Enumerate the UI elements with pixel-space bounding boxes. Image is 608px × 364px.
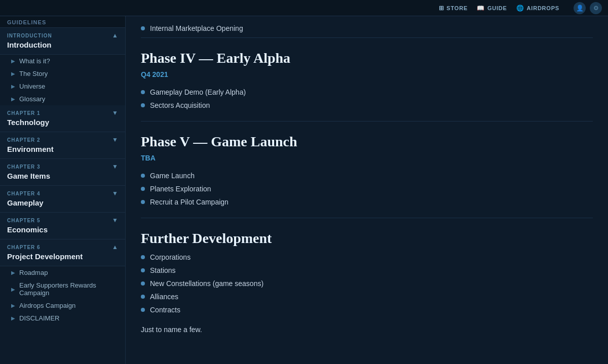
bullet-dot (141, 255, 145, 259)
chapter3-label: CHAPTER 3 (7, 164, 41, 170)
phase5-date: TBA (141, 154, 593, 162)
sidebar-item-glossary[interactable]: ▶ Glossary (0, 93, 125, 105)
further-dev-heading: Further Development (141, 230, 593, 247)
bullet-dot (141, 90, 145, 94)
chapter4-section[interactable]: CHAPTER 4 ▼ Gameplay (0, 186, 125, 213)
further-item-4: Alliances (141, 290, 593, 303)
sidebar-item-airdrops-campaign[interactable]: ▶ Airdrops Campaign (0, 299, 125, 312)
chapter1-section[interactable]: CHAPTER 1 ▼ Technology (0, 105, 125, 132)
guide-icon: 📖 (477, 5, 485, 12)
main-content: Internal Marketplace Opening Phase IV — … (126, 16, 608, 364)
chapter6-title: Project Development (0, 252, 125, 266)
top-nav: ⊞ STORE 📖 GUIDE 🌐 AIRDROPS 👤 ⚙ (0, 0, 608, 16)
bullet-dot (141, 26, 145, 30)
settings-icon[interactable]: ⚙ (590, 2, 602, 14)
chapter3-chevron: ▼ (112, 163, 118, 170)
phase5-item-3: Recruit a Pilot Campaign (141, 195, 593, 209)
chapter6-sub-items: ▶ Roadmap ▶ Early Supporters Rewards Cam… (0, 266, 125, 325)
arrow-icon: ▶ (11, 58, 15, 64)
arrow-icon: ▶ (11, 303, 15, 308)
phase5-item-1: Game Launch (141, 169, 593, 182)
nav-airdrops[interactable]: 🌐 AIRDROPS (516, 5, 559, 12)
chapter5-section[interactable]: CHAPTER 5 ▼ Economics (0, 213, 125, 239)
nav-guide[interactable]: 📖 GUIDE (477, 5, 507, 12)
footer-text: Just to name a few. (141, 323, 593, 334)
sidebar-item-the-story[interactable]: ▶ The Story (0, 67, 125, 80)
introduction-title[interactable]: Introduction (0, 41, 125, 54)
user-avatar[interactable]: 👤 (574, 2, 586, 14)
arrow-icon: ▶ (11, 71, 15, 76)
chapter2-label: CHAPTER 2 (7, 137, 41, 143)
arrow-icon: ▶ (11, 96, 15, 102)
chapter6-chevron: ▲ (112, 244, 118, 251)
sidebar-item-disclaimer[interactable]: ▶ DISCLAIMER (0, 312, 125, 325)
phase5-heading: Phase V — Game Launch (141, 134, 593, 150)
sidebar-item-what-is-it[interactable]: ▶ What is it? (0, 55, 125, 67)
further-item-2: Stations (141, 264, 593, 277)
bullet-dot (141, 174, 145, 178)
chapter5-label: CHAPTER 5 (7, 218, 41, 223)
store-icon: ⊞ (439, 5, 444, 12)
bullet-dot (141, 187, 145, 191)
chapter4-title: Gameplay (0, 198, 125, 212)
introduction-sub-items: ▶ What is it? ▶ The Story ▶ Universe ▶ G… (0, 55, 125, 105)
bullet-dot (141, 200, 145, 204)
bullet-dot (141, 295, 145, 299)
intro-item: Internal Marketplace Opening (141, 16, 593, 38)
chapter1-label: CHAPTER 1 (7, 110, 41, 116)
bullet-dot (141, 308, 145, 312)
chapter2-section[interactable]: CHAPTER 2 ▼ Environment (0, 132, 125, 159)
nav-store[interactable]: ⊞ STORE (439, 5, 468, 12)
phase5-item-2: Planets Exploration (141, 182, 593, 195)
chapter2-title: Environment (0, 145, 125, 158)
arrow-icon: ▶ (11, 270, 15, 275)
chapter1-title: Technology (0, 118, 125, 132)
chapter6-label: CHAPTER 6 (7, 245, 41, 250)
introduction-label: INTRODUCTION (7, 33, 52, 38)
chapter2-chevron: ▼ (112, 136, 118, 143)
sidebar: GUIDELINES INTRODUCTION ▲ Introduction ▶… (0, 16, 126, 364)
chapter4-chevron: ▼ (112, 190, 118, 197)
chapter6-section[interactable]: CHAPTER 6 ▲ Project Development (0, 239, 125, 266)
phase4-item-1: Gameplay Demo (Early Alpha) (141, 86, 593, 99)
arrow-icon: ▶ (11, 287, 15, 292)
phase4-date: Q4 2021 (141, 70, 593, 78)
divider (141, 218, 593, 218)
chapter3-section[interactable]: CHAPTER 3 ▼ Game Items (0, 159, 125, 186)
introduction-chevron: ▲ (112, 32, 118, 39)
sidebar-header: GUIDELINES (0, 16, 125, 28)
phase4-heading: Phase IV — Early Alpha (141, 50, 593, 66)
chapter1-chevron: ▼ (112, 109, 118, 116)
airdrops-icon: 🌐 (516, 5, 524, 12)
further-item-3: New Constellations (game seasons) (141, 277, 593, 290)
main-layout: GUIDELINES INTRODUCTION ▲ Introduction ▶… (0, 16, 608, 364)
chapter5-chevron: ▼ (112, 217, 118, 224)
divider (141, 121, 593, 122)
chapter5-title: Economics (0, 225, 125, 239)
bullet-dot (141, 268, 145, 272)
further-item-5: Contracts (141, 303, 593, 316)
sidebar-item-universe[interactable]: ▶ Universe (0, 80, 125, 93)
arrow-icon: ▶ (11, 315, 15, 321)
sidebar-item-roadmap[interactable]: ▶ Roadmap (0, 266, 125, 279)
further-item-1: Corporations (141, 251, 593, 264)
sidebar-item-early-supporters[interactable]: ▶ Early Supporters Rewards Campaign (0, 279, 125, 299)
arrow-icon: ▶ (11, 84, 15, 89)
phase4-item-2: Sectors Acquisition (141, 99, 593, 112)
introduction-section: INTRODUCTION ▲ Introduction (0, 28, 125, 55)
bullet-dot (141, 103, 145, 107)
chapter4-label: CHAPTER 4 (7, 191, 41, 196)
bullet-dot (141, 281, 145, 286)
chapter3-title: Game Items (0, 172, 125, 185)
